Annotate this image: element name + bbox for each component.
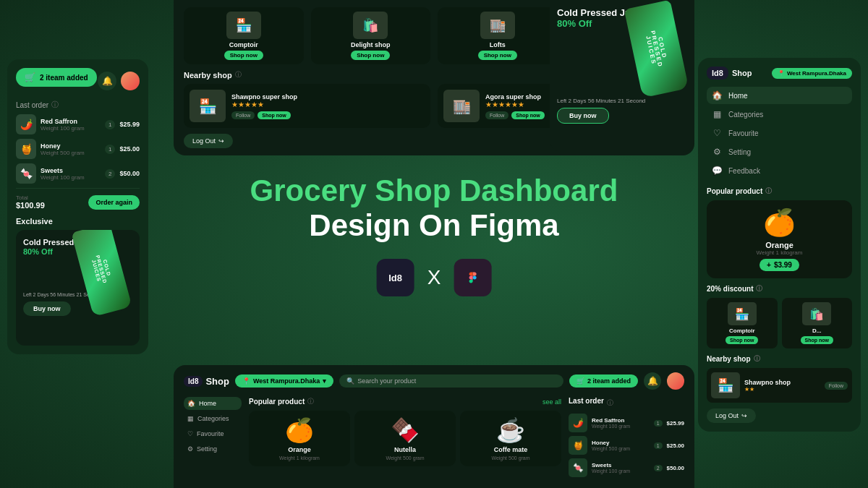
info-icon: ⓘ: [51, 100, 59, 110]
buy-now-button[interactable]: Buy now: [23, 301, 71, 316]
categories-icon: ▦: [711, 109, 723, 119]
cross-text: X: [427, 266, 441, 289]
cart-pill[interactable]: 🛒 2 iteam added: [569, 374, 638, 388]
products-grid: 🍊 Orange Weight 1 kilogram 🍫 Nutella Wei…: [249, 411, 561, 466]
nearby-card-shawpno: 🏪 Shawpno super shop ★★★★★ Follow Shop n…: [184, 84, 430, 128]
product-card-coffee: ☕ Coffe mate Weight 500 gram: [460, 411, 561, 466]
left-panel: 🛒 2 iteam added 🔔 Last order ⓘ 🌶️ Red Sa…: [7, 59, 148, 354]
order-img-honey: 🍯: [16, 139, 36, 159]
bottom-topbar: Id8 Shop 📍 West Rampura.Dhaka ▾ 🔍 Search…: [184, 372, 684, 390]
cart-bar[interactable]: 🛒 2 iteam added: [16, 68, 97, 87]
order-img-sweets: 🍬: [16, 163, 36, 184]
favourite-icon-bottom: ♡: [187, 430, 193, 437]
bottom-order-honey: 🍯 Honey Weight 500 gram 1 $25.00: [569, 436, 684, 455]
bottom-products: Popular product ⓘ see all 🍊 Orange Weigh…: [249, 397, 561, 481]
shop-thumb-lofts: 🏬: [480, 12, 515, 39]
setting-icon: ⚙: [711, 147, 723, 157]
shop-card-delight: 🛍️ Delight shop Shop now: [311, 7, 431, 64]
bottom-order-saffron: 🌶️ Red Saffron Weight 100 gram 1 $25.99: [569, 414, 684, 432]
products-header: Popular product ⓘ see all: [249, 397, 561, 406]
follow-btn-shawpno[interactable]: Follow: [231, 111, 255, 119]
bottom-nav-favourite[interactable]: ♡ Favourite: [184, 427, 242, 440]
orange-emoji: 🍊: [763, 207, 796, 238]
products-info-icon: ⓘ: [307, 397, 314, 406]
nav-categories[interactable]: ▦ Categories: [707, 106, 852, 123]
subtitle-white: On Figma: [419, 208, 559, 242]
cart-icon-bottom: 🛒: [576, 377, 584, 385]
divider: [16, 188, 140, 189]
logout-icon-right: ↪: [741, 412, 747, 419]
nav-home[interactable]: 🏠 Home: [707, 87, 852, 104]
juice-bottle: COLDPRESSEDJUICES: [82, 230, 140, 320]
shop-now-shawpno[interactable]: Shop now: [258, 111, 290, 119]
notification-bell[interactable]: 🔔: [98, 72, 116, 90]
bottom-sidebar: 🏠 Home ▦ Categories ♡ Favourite ⚙ Settin…: [184, 397, 242, 481]
location-pill-right[interactable]: 📍 West Rampura.Dhaka: [772, 68, 852, 79]
feedback-icon: 💬: [711, 166, 723, 176]
plus-icon: +: [767, 261, 771, 269]
product-card-orange: 🍊 Orange Weight 1 kilogram: [249, 411, 350, 466]
bottom-content: 🏠 Home ▦ Categories ♡ Favourite ⚙ Settin…: [184, 397, 684, 481]
setting-icon-bottom: ⚙: [187, 445, 193, 453]
discount-shop-d: 🛍️ D... Shop now: [782, 298, 853, 348]
notification-bell-bottom[interactable]: 🔔: [644, 372, 661, 390]
discount-info-icon: ⓘ: [756, 284, 762, 294]
logout-button-top[interactable]: Log Out ↪: [184, 134, 233, 148]
follow-btn-agora[interactable]: Follow: [485, 111, 509, 119]
bottom-orders: Last order ⓘ 🌶️ Red Saffron Weight 100 g…: [569, 397, 684, 481]
user-avatar[interactable]: [121, 72, 140, 90]
shop-now-agora[interactable]: Shop now: [511, 111, 544, 119]
order-again-button[interactable]: Order again: [88, 195, 140, 210]
promo-buy-button[interactable]: Buy now: [557, 108, 609, 124]
order-img-saffron: 🌶️: [16, 114, 36, 134]
location-icon-bottom: 📍: [242, 377, 250, 385]
nav-feedback[interactable]: 💬 Feedback: [707, 162, 852, 179]
bottom-nav-home[interactable]: 🏠 Home: [184, 397, 242, 410]
big-bottle: COLDPRESSEDJUICES: [633, 4, 691, 98]
id8-logo: Id8: [377, 259, 414, 296]
orange-product-card: 🍊 Orange Weight 1 kilogram + $3.99: [707, 200, 852, 278]
logos-row: Id8 X: [250, 259, 618, 296]
follow-btn-right[interactable]: Follow: [825, 382, 848, 390]
right-panel: Id8 Shop 📍 West Rampura.Dhaka 🏠 Home ▦ C…: [698, 58, 861, 432]
bottom-order-sweets: 🍬 Sweets Weight 100 gram 2 $50.00: [569, 458, 684, 477]
add-to-cart-button[interactable]: + $3.99: [760, 259, 799, 271]
nearby-thumb-agora: 🏬: [443, 90, 480, 122]
discount-label: 20% discount ⓘ: [707, 284, 852, 294]
logout-icon: ↪: [218, 137, 224, 145]
popular-info-icon: ⓘ: [765, 187, 772, 196]
logout-button-right[interactable]: Log Out ↪: [707, 408, 756, 423]
categories-icon-bottom: ▦: [187, 415, 194, 422]
search-box[interactable]: 🔍 Search your product: [339, 374, 563, 388]
shop-btn-comptoir[interactable]: Shop now: [726, 336, 758, 344]
nearby-right-card: 🏪 Shawpno shop ★★ Follow: [707, 368, 852, 403]
nav-setting[interactable]: ⚙ Setting: [707, 143, 852, 160]
order-list: 🌶️ Red Saffron Weight 100 gram 1 $25.99 …: [16, 114, 140, 184]
location-select[interactable]: 📍 West Rampura.Dhaka ▾: [235, 374, 333, 388]
chevron-down-icon: ▾: [323, 377, 326, 385]
order-item-honey: 🍯 Honey Weight 500 gram 1 $25.00: [16, 139, 140, 159]
bottom-nav-setting[interactable]: ⚙ Setting: [184, 442, 242, 455]
bottom-panel: Id8 Shop 📍 West Rampura.Dhaka ▾ 🔍 Search…: [174, 365, 694, 488]
exclusive-card: Cold Pressed Juices 80% Off COLDPRESSEDJ…: [16, 230, 140, 346]
shop-btn-d[interactable]: Shop now: [801, 336, 833, 344]
exclusive-section: Exclusive Cold Pressed Juices 80% Off CO…: [16, 217, 140, 346]
discount-shops-row: 🏪 Comptoir Shop now 🛍️ D... Shop now: [707, 298, 852, 348]
nearby-right-info-icon: ⓘ: [754, 354, 760, 364]
nearby-right-label: Nearby shop ⓘ: [707, 354, 852, 364]
shop-now-btn-lofts[interactable]: Shop now: [478, 51, 517, 60]
home-icon: 🏠: [711, 90, 723, 100]
see-all-link[interactable]: see all: [542, 398, 561, 406]
shop-card-lofts: 🏬 Lofts Shop now: [438, 7, 558, 64]
shop-now-btn-delight[interactable]: Shop now: [351, 51, 390, 60]
sidebar-nav: 🏠 Home ▦ Categories ♡ Favourite ⚙ Settin…: [707, 87, 852, 179]
search-icon: 🔍: [346, 377, 354, 385]
avatar-bottom[interactable]: [667, 372, 684, 390]
bottom-nav-categories[interactable]: ▦ Categories: [184, 412, 242, 425]
product-card-nutella: 🍫 Nutella Weight 500 gram: [354, 411, 456, 466]
subtitle-green: Design: [309, 208, 419, 242]
cart-icon: 🛒: [25, 72, 35, 82]
shop-now-btn-comptoir[interactable]: Shop now: [224, 51, 263, 60]
nav-favourite[interactable]: ♡ Favourite: [707, 124, 852, 142]
bottom-main: Popular product ⓘ see all 🍊 Orange Weigh…: [249, 397, 684, 481]
